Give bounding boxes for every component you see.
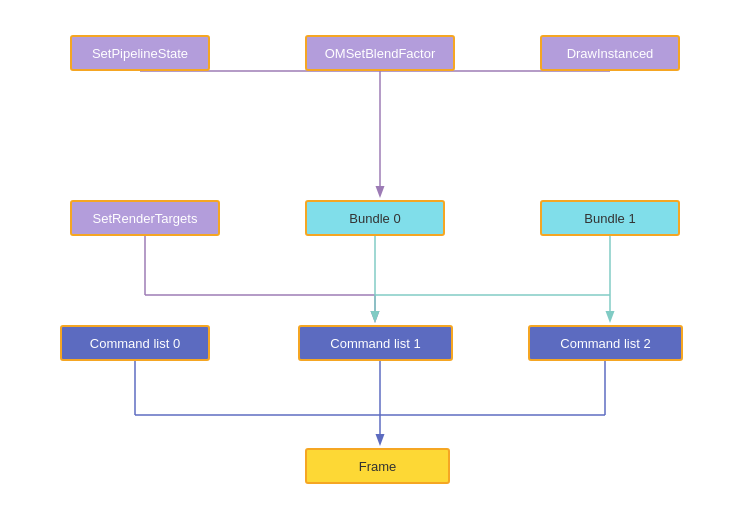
cmd-list-2-node: Command list 2 bbox=[528, 325, 683, 361]
bundle-1-node: Bundle 1 bbox=[540, 200, 680, 236]
cmd-list-1-node: Command list 1 bbox=[298, 325, 453, 361]
diagram: SetPipelineState OMSetBlendFactor DrawIn… bbox=[0, 0, 752, 528]
cmd-list-0-node: Command list 0 bbox=[60, 325, 210, 361]
set-pipeline-state-node: SetPipelineState bbox=[70, 35, 210, 71]
bundle-0-node: Bundle 0 bbox=[305, 200, 445, 236]
frame-node: Frame bbox=[305, 448, 450, 484]
draw-instanced-node: DrawInstanced bbox=[540, 35, 680, 71]
om-set-blend-factor-node: OMSetBlendFactor bbox=[305, 35, 455, 71]
set-render-targets-node: SetRenderTargets bbox=[70, 200, 220, 236]
